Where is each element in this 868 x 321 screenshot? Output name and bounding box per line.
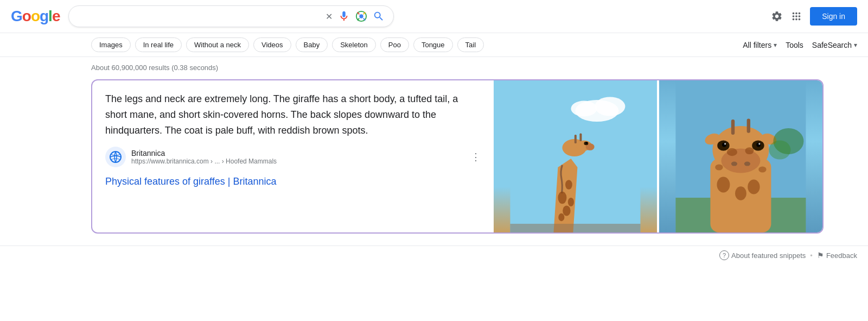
question-icon: ?	[719, 250, 729, 260]
svg-rect-12	[575, 135, 577, 143]
chevron-down-icon: ▾	[774, 41, 777, 49]
safesearch-label: SafeSearch	[812, 41, 852, 49]
featured-snippet: The legs and neck are extremely long. Th…	[91, 79, 824, 234]
svg-point-39	[715, 164, 723, 170]
svg-point-31	[756, 142, 761, 147]
svg-point-43	[735, 186, 746, 200]
search-icons: ✕	[326, 10, 385, 22]
source-name: Britannica	[131, 149, 277, 158]
svg-point-16	[563, 205, 571, 216]
svg-rect-13	[580, 134, 582, 141]
svg-point-41	[717, 177, 730, 193]
snippet-source: Britannica https://www.britannica.com › …	[105, 147, 481, 167]
svg-point-32	[758, 143, 760, 144]
lens-button[interactable]	[355, 10, 367, 22]
svg-point-28	[722, 142, 726, 147]
filters-right: All filters ▾ Tools SafeSearch ▾	[743, 41, 857, 49]
logo-o2: o	[31, 8, 40, 24]
header: Google what does a giraffe look like? ✕	[0, 0, 868, 33]
svg-point-11	[586, 142, 588, 144]
logo-g2: g	[40, 8, 48, 24]
svg-point-40	[758, 166, 766, 172]
svg-point-37	[727, 148, 737, 156]
feedback-label: Feedback	[826, 251, 857, 260]
britannica-logo	[105, 147, 126, 167]
logo-G: G	[11, 8, 22, 24]
all-filters-button[interactable]: All filters ▾	[743, 41, 777, 49]
filter-images[interactable]: Images	[91, 37, 131, 52]
filter-tail[interactable]: Tail	[457, 37, 484, 52]
giraffe-svg-1	[494, 80, 657, 232]
filters-bar: Images In real life Without a neck Video…	[0, 33, 868, 57]
separator: •	[810, 251, 813, 260]
safesearch-button[interactable]: SafeSearch ▾	[812, 41, 857, 49]
google-logo: Google	[11, 8, 60, 25]
giraffe-svg-2	[659, 80, 822, 232]
header-right: Sign in	[771, 7, 857, 26]
svg-point-45	[769, 140, 791, 159]
svg-point-2	[110, 152, 121, 162]
giraffe-image-2[interactable]	[659, 80, 822, 232]
feedback-item[interactable]: ⚑ Feedback	[817, 251, 857, 260]
svg-point-26	[744, 162, 750, 166]
results-area: About 60,900,000 results (0.38 seconds) …	[0, 57, 868, 240]
svg-point-14	[558, 192, 567, 204]
svg-point-17	[559, 213, 565, 221]
logo-l: l	[48, 8, 52, 24]
svg-point-6	[571, 101, 597, 117]
snippet-text-area: The legs and neck are extremely long. Th…	[92, 80, 494, 232]
clear-icon: ✕	[326, 11, 333, 22]
filter-baby[interactable]: Baby	[296, 37, 328, 52]
search-input[interactable]: what does a giraffe look like?	[78, 11, 320, 21]
svg-point-29	[724, 143, 726, 144]
mic-icon	[338, 10, 350, 22]
about-snippets-label: About featured snippets	[731, 251, 806, 260]
settings-button[interactable]	[771, 10, 783, 22]
filter-in-real-life[interactable]: In real life	[135, 37, 182, 52]
svg-point-25	[731, 162, 737, 166]
flag-icon: ⚑	[817, 251, 824, 260]
svg-point-1	[360, 14, 363, 18]
bottom-bar: ? About featured snippets • ⚑ Feedback	[0, 246, 868, 265]
all-filters-label: All filters	[743, 41, 771, 49]
search-bar: what does a giraffe look like? ✕	[68, 5, 394, 27]
snippet-link[interactable]: Physical features of giraffes | Britanni…	[105, 176, 481, 187]
svg-point-42	[748, 179, 760, 194]
snippet-description: The legs and neck are extremely long. Th…	[105, 91, 481, 138]
logo-e: e	[52, 8, 60, 24]
apps-button[interactable]	[790, 10, 802, 22]
search-button[interactable]	[373, 10, 385, 22]
filter-tongue[interactable]: Tongue	[413, 37, 453, 52]
filter-poo[interactable]: Poo	[380, 37, 409, 52]
gear-icon	[771, 10, 783, 22]
svg-rect-19	[510, 224, 641, 232]
safesearch-chevron-icon: ▾	[854, 41, 857, 49]
snippet-images	[494, 80, 822, 232]
filter-without-a-neck[interactable]: Without a neck	[186, 37, 249, 52]
logo-o1: o	[22, 8, 31, 24]
mic-button[interactable]	[338, 10, 350, 22]
sign-in-button[interactable]: Sign in	[810, 7, 857, 26]
source-more-button[interactable]: ⋮	[471, 151, 481, 163]
source-url: https://www.britannica.com › ... › Hoofe…	[131, 158, 277, 165]
tools-button[interactable]: Tools	[786, 41, 803, 49]
filter-skeleton[interactable]: Skeleton	[332, 37, 376, 52]
about-snippets-item[interactable]: ? About featured snippets	[719, 250, 806, 260]
svg-rect-33	[731, 119, 735, 135]
svg-point-18	[568, 198, 574, 206]
svg-point-38	[745, 147, 754, 154]
grid-icon	[790, 10, 802, 22]
giraffe-image-1[interactable]	[494, 80, 657, 232]
search-icon	[373, 10, 385, 22]
lens-icon	[355, 10, 367, 22]
source-info: Britannica https://www.britannica.com › …	[131, 149, 277, 165]
filter-videos[interactable]: Videos	[253, 37, 291, 52]
svg-point-15	[565, 180, 572, 190]
clear-button[interactable]: ✕	[326, 11, 333, 22]
svg-point-5	[595, 97, 626, 116]
britannica-icon	[109, 150, 122, 163]
svg-rect-34	[747, 118, 750, 133]
results-count: About 60,900,000 results (0.38 seconds)	[91, 64, 857, 72]
